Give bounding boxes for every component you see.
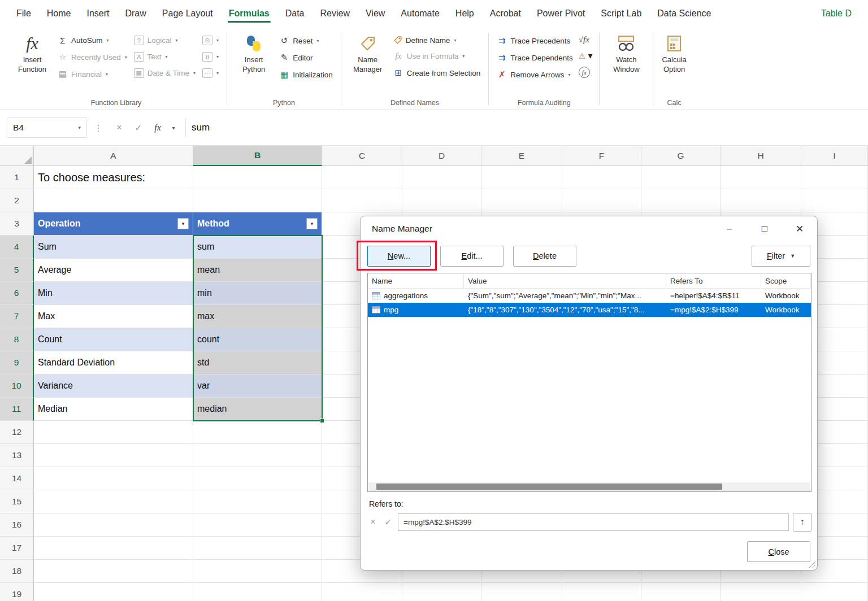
define-name-button[interactable]: Define Name ▾ [390,32,484,48]
cell-a8[interactable]: Count [34,328,193,351]
cell-e2[interactable] [481,189,562,212]
cell-b8[interactable]: count [193,328,322,351]
row-header-8[interactable]: 8 [0,328,34,351]
cancel-icon[interactable]: × [367,517,379,527]
cell-d2[interactable] [402,189,481,212]
cell-b12[interactable] [193,421,322,444]
row-header-9[interactable]: 9 [0,351,34,374]
cell-b19[interactable] [193,583,322,601]
column-header-b[interactable]: B [193,146,322,166]
cell-c1[interactable] [322,166,402,189]
cell-d19[interactable] [402,583,481,601]
ribbon-tab-script-lab[interactable]: Script Lab [593,2,649,25]
list-header-scope[interactable]: Scope [761,273,811,288]
name-manager-button[interactable]: Name Manager [346,31,390,76]
cell-b3[interactable]: Method▾ [193,212,322,236]
cell-a5[interactable]: Average [34,259,193,282]
autosum-button[interactable]: Σ AutoSum ▾ [54,32,131,49]
cell-a10[interactable]: Variance [34,374,193,398]
cell-b6[interactable]: min [193,282,322,305]
cell-f19[interactable] [562,583,641,601]
cell-a16[interactable] [34,513,193,537]
initialization-button[interactable]: ▦ Initialization [276,66,336,83]
cell-a13[interactable] [34,444,193,467]
cell-h2[interactable] [721,189,801,212]
editor-button[interactable]: ✎ Editor [276,49,336,66]
cell-b14[interactable] [193,467,322,490]
cell-e19[interactable] [481,583,562,601]
dialog-title-bar[interactable]: Name Manager – □ ✕ [361,216,817,241]
cell-a17[interactable] [34,537,193,560]
watch-window-button[interactable]: Watch Window [604,31,648,76]
cell-b4[interactable]: sum [193,236,322,259]
ribbon-tab-help[interactable]: Help [448,2,481,25]
list-header-value[interactable]: Value [464,273,666,288]
financial-button[interactable]: ▤ Financial ▾ [54,66,131,82]
cell-b1[interactable] [193,166,322,189]
list-header-name[interactable]: Name [368,273,464,288]
more-functions-button[interactable]: ⋯ ▾ [199,65,222,81]
row-header-5[interactable]: 5 [0,259,34,282]
cell-b7[interactable]: max [193,305,322,328]
cell-f1[interactable] [562,166,641,189]
reset-button[interactable]: ↺ Reset ▾ [276,32,336,49]
filter-button[interactable]: ▾ [177,218,189,229]
ribbon-tab-power-pivot[interactable]: Power Pivot [530,2,592,25]
ribbon-tab-home[interactable]: Home [40,2,79,25]
ribbon-tab-automate[interactable]: Automate [393,2,446,25]
cell-d1[interactable] [402,166,481,189]
row-header-16[interactable]: 16 [0,513,34,537]
cell-i1[interactable] [801,166,868,189]
cell-g1[interactable] [641,166,721,189]
text-button[interactable]: A Text ▾ [131,49,199,65]
cell-a14[interactable] [34,467,193,490]
row-header-13[interactable]: 13 [0,444,34,467]
filter-button[interactable]: ▾ [306,218,318,229]
cell-a7[interactable]: Max [34,305,193,328]
horizontal-scrollbar[interactable] [368,482,810,491]
trace-dependents-button[interactable]: ⇉ Trace Dependents [493,49,576,66]
column-header-c[interactable]: C [322,146,402,166]
cell-b18[interactable] [193,560,322,583]
ribbon-tab-data-science[interactable]: Data Science [650,2,718,25]
ribbon-tab-view[interactable]: View [358,2,392,25]
row-header-18[interactable]: 18 [0,560,34,583]
name-manager-row[interactable]: aggregations{"Sum","sum";"Average","mean… [368,289,811,303]
column-header-i[interactable]: I [801,146,868,166]
cell-f2[interactable] [562,189,641,212]
logical-button[interactable]: ? Logical ▾ [131,32,199,49]
cell-b10[interactable]: var [193,374,322,398]
insert-function-button[interactable]: fx Insert Function [10,31,54,76]
cell-b13[interactable] [193,444,322,467]
cell-a18[interactable] [34,560,193,583]
row-header-6[interactable]: 6 [0,282,34,305]
row-header-7[interactable]: 7 [0,305,34,328]
chevron-down-icon[interactable]: ▾ [167,125,180,131]
row-header-1[interactable]: 1 [0,166,34,189]
row-header-2[interactable]: 2 [0,189,34,212]
cell-b16[interactable] [193,513,322,537]
cell-b17[interactable] [193,537,322,560]
ribbon-tab-file[interactable]: File [9,2,38,25]
ribbon-tab-acrobat[interactable]: Acrobat [483,2,528,25]
cell-g2[interactable] [641,189,721,212]
name-box[interactable]: B4 ▾ [7,117,87,138]
column-header-g[interactable]: G [641,146,721,166]
cell-a15[interactable] [34,490,193,513]
insert-function-fx-icon[interactable]: fx [148,123,167,133]
calculation-options-button[interactable]: CalculaOption [658,31,690,76]
trace-precedents-button[interactable]: ⇉ Trace Precedents [493,32,576,49]
cell-b5[interactable]: mean [193,259,322,282]
collapse-dialog-button[interactable]: ↑ [793,513,811,532]
error-checking-button[interactable]: ⚠ ▾ [576,47,595,64]
cell-a2[interactable] [34,189,193,212]
column-header-h[interactable]: H [721,146,801,166]
insert-python-button[interactable]: Insert Python [232,31,276,76]
row-header-15[interactable]: 15 [0,490,34,513]
use-in-formula-button[interactable]: fx Use in Formula ▾ [390,48,484,64]
close-icon[interactable]: ✕ [782,216,817,241]
edit-button[interactable]: Edit... [440,246,504,267]
cell-b11[interactable]: median [193,398,322,421]
row-header-12[interactable]: 12 [0,421,34,444]
column-header-d[interactable]: D [402,146,481,166]
